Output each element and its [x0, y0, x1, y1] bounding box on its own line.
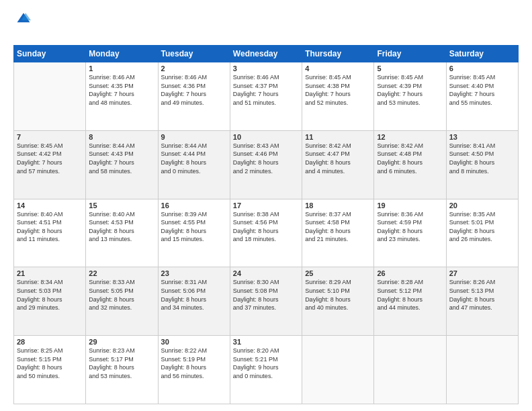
calendar-cell: 14Sunrise: 8:40 AMSunset: 4:51 PMDayligh… — [14, 199, 86, 267]
day-info: Sunrise: 8:45 AMSunset: 4:39 PMDaylight:… — [377, 73, 443, 107]
calendar-cell: 30Sunrise: 8:22 AMSunset: 5:19 PMDayligh… — [158, 336, 230, 404]
day-number: 7 — [17, 133, 83, 141]
day-info: Sunrise: 8:25 AMSunset: 5:15 PMDaylight:… — [17, 347, 83, 380]
calendar-table: SundayMondayTuesdayWednesdayThursdayFrid… — [13, 45, 519, 404]
day-info: Sunrise: 8:28 AMSunset: 5:12 PMDaylight:… — [377, 278, 443, 312]
calendar-cell: 28Sunrise: 8:25 AMSunset: 5:15 PMDayligh… — [14, 336, 86, 404]
day-number: 27 — [449, 269, 515, 277]
day-info: Sunrise: 8:46 AMSunset: 4:36 PMDaylight:… — [161, 73, 227, 107]
day-info: Sunrise: 8:46 AMSunset: 4:37 PMDaylight:… — [233, 73, 299, 107]
header — [13, 11, 519, 40]
day-info: Sunrise: 8:20 AMSunset: 5:21 PMDaylight:… — [233, 347, 299, 380]
header-monday: Monday — [86, 46, 158, 62]
day-number: 25 — [305, 269, 371, 277]
day-number: 22 — [89, 269, 154, 277]
calendar-cell: 6Sunrise: 8:45 AMSunset: 4:40 PMDaylight… — [446, 62, 518, 131]
calendar-cell: 8Sunrise: 8:44 AMSunset: 4:43 PMDaylight… — [86, 130, 158, 199]
day-info: Sunrise: 8:40 AMSunset: 4:51 PMDaylight:… — [17, 210, 83, 244]
day-number: 24 — [233, 269, 299, 277]
day-info: Sunrise: 8:38 AMSunset: 4:56 PMDaylight:… — [233, 210, 299, 244]
day-info: Sunrise: 8:42 AMSunset: 4:47 PMDaylight:… — [305, 142, 371, 175]
header-sunday: Sunday — [14, 46, 86, 62]
calendar-cell — [374, 336, 446, 404]
calendar-cell: 7Sunrise: 8:45 AMSunset: 4:42 PMDaylight… — [14, 130, 86, 199]
calendar-cell — [446, 336, 518, 404]
calendar-cell: 12Sunrise: 8:42 AMSunset: 4:48 PMDayligh… — [374, 130, 446, 199]
calendar-cell: 23Sunrise: 8:31 AMSunset: 5:06 PMDayligh… — [158, 267, 230, 336]
day-number: 21 — [17, 269, 83, 277]
header-wednesday: Wednesday — [230, 46, 302, 62]
calendar-cell: 10Sunrise: 8:43 AMSunset: 4:46 PMDayligh… — [230, 130, 302, 199]
calendar-cell: 1Sunrise: 8:46 AMSunset: 4:35 PMDaylight… — [86, 62, 158, 131]
day-number: 31 — [233, 338, 299, 346]
day-number: 9 — [161, 133, 227, 141]
day-info: Sunrise: 8:44 AMSunset: 4:44 PMDaylight:… — [161, 142, 227, 175]
day-info: Sunrise: 8:46 AMSunset: 4:35 PMDaylight:… — [89, 73, 154, 107]
day-number: 30 — [161, 338, 227, 346]
day-info: Sunrise: 8:33 AMSunset: 5:05 PMDaylight:… — [89, 278, 154, 312]
page: SundayMondayTuesdayWednesdayThursdayFrid… — [0, 0, 532, 411]
calendar-cell: 2Sunrise: 8:46 AMSunset: 4:36 PMDaylight… — [158, 62, 230, 131]
day-number: 6 — [449, 64, 515, 73]
header-friday: Friday — [374, 46, 446, 62]
day-info: Sunrise: 8:45 AMSunset: 4:38 PMDaylight:… — [305, 73, 371, 107]
day-number: 29 — [89, 338, 154, 346]
day-number: 10 — [233, 133, 299, 141]
day-info: Sunrise: 8:41 AMSunset: 4:50 PMDaylight:… — [449, 142, 515, 175]
calendar-cell: 5Sunrise: 8:45 AMSunset: 4:39 PMDaylight… — [374, 62, 446, 131]
calendar-cell: 13Sunrise: 8:41 AMSunset: 4:50 PMDayligh… — [446, 130, 518, 199]
calendar-cell: 17Sunrise: 8:38 AMSunset: 4:56 PMDayligh… — [230, 199, 302, 267]
day-info: Sunrise: 8:30 AMSunset: 5:08 PMDaylight:… — [233, 278, 299, 312]
day-info: Sunrise: 8:34 AMSunset: 5:03 PMDaylight:… — [17, 278, 83, 312]
calendar-week-row: 28Sunrise: 8:25 AMSunset: 5:15 PMDayligh… — [14, 336, 519, 404]
calendar-week-row: 1Sunrise: 8:46 AMSunset: 4:35 PMDaylight… — [14, 62, 519, 131]
day-number: 2 — [161, 64, 227, 73]
calendar-cell: 4Sunrise: 8:45 AMSunset: 4:38 PMDaylight… — [302, 62, 374, 131]
calendar-week-row: 7Sunrise: 8:45 AMSunset: 4:42 PMDaylight… — [14, 130, 519, 199]
day-number: 20 — [449, 201, 515, 210]
calendar-cell: 18Sunrise: 8:37 AMSunset: 4:58 PMDayligh… — [302, 199, 374, 267]
day-info: Sunrise: 8:22 AMSunset: 5:19 PMDaylight:… — [161, 347, 227, 380]
day-number: 19 — [377, 201, 443, 210]
day-info: Sunrise: 8:42 AMSunset: 4:48 PMDaylight:… — [377, 142, 443, 175]
calendar-cell — [302, 336, 374, 404]
day-number: 14 — [17, 201, 83, 210]
calendar-cell — [14, 62, 86, 131]
day-number: 4 — [305, 64, 371, 73]
logo — [13, 11, 31, 40]
calendar-cell: 3Sunrise: 8:46 AMSunset: 4:37 PMDaylight… — [230, 62, 302, 131]
day-number: 26 — [377, 269, 443, 277]
calendar-cell: 15Sunrise: 8:40 AMSunset: 4:53 PMDayligh… — [86, 199, 158, 267]
day-info: Sunrise: 8:39 AMSunset: 4:55 PMDaylight:… — [161, 210, 227, 244]
day-number: 13 — [449, 133, 515, 141]
calendar-cell: 9Sunrise: 8:44 AMSunset: 4:44 PMDaylight… — [158, 130, 230, 199]
calendar-week-row: 21Sunrise: 8:34 AMSunset: 5:03 PMDayligh… — [14, 267, 519, 336]
day-info: Sunrise: 8:40 AMSunset: 4:53 PMDaylight:… — [89, 210, 154, 244]
day-number: 23 — [161, 269, 227, 277]
day-number: 18 — [305, 201, 371, 210]
calendar-cell: 29Sunrise: 8:23 AMSunset: 5:17 PMDayligh… — [86, 336, 158, 404]
day-info: Sunrise: 8:35 AMSunset: 5:01 PMDaylight:… — [449, 210, 515, 244]
day-info: Sunrise: 8:45 AMSunset: 4:42 PMDaylight:… — [17, 142, 83, 175]
calendar-cell: 16Sunrise: 8:39 AMSunset: 4:55 PMDayligh… — [158, 199, 230, 267]
day-info: Sunrise: 8:23 AMSunset: 5:17 PMDaylight:… — [89, 347, 154, 380]
day-info: Sunrise: 8:43 AMSunset: 4:46 PMDaylight:… — [233, 142, 299, 175]
day-number: 17 — [233, 201, 299, 210]
calendar-cell: 27Sunrise: 8:26 AMSunset: 5:13 PMDayligh… — [446, 267, 518, 336]
day-info: Sunrise: 8:26 AMSunset: 5:13 PMDaylight:… — [449, 278, 515, 312]
day-info: Sunrise: 8:44 AMSunset: 4:43 PMDaylight:… — [89, 142, 154, 175]
day-info: Sunrise: 8:36 AMSunset: 4:59 PMDaylight:… — [377, 210, 443, 244]
day-number: 1 — [89, 64, 154, 73]
calendar-cell: 20Sunrise: 8:35 AMSunset: 5:01 PMDayligh… — [446, 199, 518, 267]
calendar-cell: 11Sunrise: 8:42 AMSunset: 4:47 PMDayligh… — [302, 130, 374, 199]
calendar-cell: 25Sunrise: 8:29 AMSunset: 5:10 PMDayligh… — [302, 267, 374, 336]
day-number: 11 — [305, 133, 371, 141]
day-number: 3 — [233, 64, 299, 73]
header-tuesday: Tuesday — [158, 46, 230, 62]
header-thursday: Thursday — [302, 46, 374, 62]
calendar-cell: 21Sunrise: 8:34 AMSunset: 5:03 PMDayligh… — [14, 267, 86, 336]
day-info: Sunrise: 8:45 AMSunset: 4:40 PMDaylight:… — [449, 73, 515, 107]
calendar-cell: 31Sunrise: 8:20 AMSunset: 5:21 PMDayligh… — [230, 336, 302, 404]
day-info: Sunrise: 8:29 AMSunset: 5:10 PMDaylight:… — [305, 278, 371, 312]
day-info: Sunrise: 8:37 AMSunset: 4:58 PMDaylight:… — [305, 210, 371, 244]
